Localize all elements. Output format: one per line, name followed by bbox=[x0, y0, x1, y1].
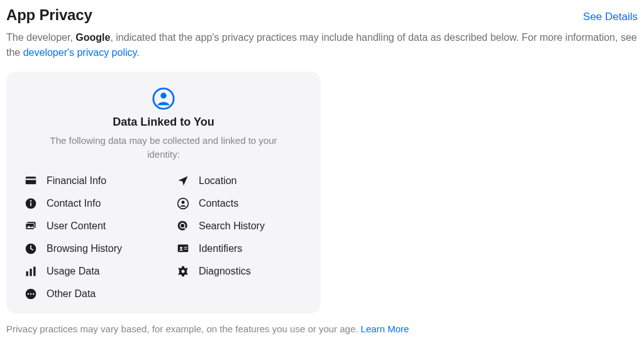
data-type-label: Contacts bbox=[199, 198, 238, 209]
svg-rect-18 bbox=[184, 249, 187, 249]
data-type-item: Location bbox=[176, 174, 303, 188]
photos-icon bbox=[24, 219, 38, 233]
ellipsis-icon bbox=[24, 287, 38, 301]
data-types-grid: Financial Info Location Contact Info Con… bbox=[24, 174, 303, 301]
section-header: App Privacy See Details bbox=[6, 6, 638, 24]
data-type-label: Diagnostics bbox=[199, 266, 251, 277]
data-type-label: Contact Info bbox=[47, 198, 101, 209]
data-type-item: Usage Data bbox=[24, 264, 151, 278]
footer-note: Privacy practices may vary based, for ex… bbox=[6, 324, 638, 334]
privacy-policy-link[interactable]: developer's privacy policy bbox=[23, 47, 137, 58]
svg-rect-10 bbox=[26, 223, 35, 229]
intro-period: . bbox=[136, 47, 139, 58]
svg-rect-2 bbox=[26, 177, 36, 184]
data-type-label: Usage Data bbox=[47, 266, 100, 277]
data-type-item: Other Data bbox=[24, 287, 151, 301]
data-type-label: Location bbox=[199, 175, 237, 187]
svg-rect-3 bbox=[26, 178, 36, 180]
data-type-item: Diagnostics bbox=[176, 264, 303, 278]
svg-point-22 bbox=[182, 269, 185, 273]
card-header: Data Linked to You The following data ma… bbox=[24, 87, 303, 161]
data-type-item: Identifiers bbox=[176, 242, 303, 256]
svg-rect-19 bbox=[26, 271, 28, 276]
svg-point-16 bbox=[180, 246, 182, 249]
data-type-item: Contact Info bbox=[24, 197, 151, 210]
svg-point-26 bbox=[33, 293, 35, 295]
see-details-link[interactable]: See Details bbox=[583, 11, 638, 23]
section-title: App Privacy bbox=[6, 6, 92, 24]
svg-point-25 bbox=[30, 293, 32, 295]
gear-icon bbox=[176, 264, 190, 278]
svg-rect-20 bbox=[30, 268, 31, 276]
svg-rect-15 bbox=[178, 244, 189, 252]
data-type-label: User Content bbox=[47, 220, 106, 232]
credit-card-icon bbox=[24, 174, 38, 188]
intro-text: The developer, Google, indicated that th… bbox=[6, 30, 638, 60]
clock-icon bbox=[24, 242, 38, 256]
data-type-label: Financial Info bbox=[47, 175, 106, 187]
learn-more-link[interactable]: Learn More bbox=[361, 324, 409, 334]
data-type-label: Browsing History bbox=[47, 243, 122, 254]
card-title: Data Linked to You bbox=[24, 116, 303, 129]
data-linked-card: Data Linked to You The following data ma… bbox=[6, 72, 321, 313]
location-arrow-icon bbox=[176, 174, 190, 188]
contacts-circle-icon bbox=[176, 197, 190, 210]
id-card-icon bbox=[176, 242, 190, 256]
data-type-item: Contacts bbox=[176, 197, 303, 210]
data-type-label: Identifiers bbox=[199, 243, 242, 254]
intro-prefix: The developer, bbox=[6, 32, 75, 43]
person-circle-icon bbox=[152, 87, 175, 111]
data-type-label: Other Data bbox=[47, 288, 96, 300]
svg-point-24 bbox=[28, 293, 30, 295]
svg-rect-17 bbox=[184, 247, 187, 247]
data-type-item: Financial Info bbox=[24, 174, 151, 188]
data-type-item: Browsing History bbox=[24, 242, 151, 256]
svg-point-8 bbox=[182, 200, 185, 204]
card-subtitle: The following data may be collected and … bbox=[44, 134, 283, 161]
data-type-item: User Content bbox=[24, 219, 151, 233]
search-icon bbox=[176, 219, 190, 233]
svg-rect-5 bbox=[30, 202, 31, 206]
svg-point-1 bbox=[160, 93, 167, 99]
footer-text: Privacy practices may vary based, for ex… bbox=[6, 324, 361, 334]
developer-name: Google bbox=[75, 32, 110, 43]
svg-rect-21 bbox=[33, 266, 35, 276]
data-type-item: Search History bbox=[176, 219, 303, 233]
bar-chart-icon bbox=[24, 264, 38, 278]
data-type-label: Search History bbox=[199, 220, 265, 232]
info-circle-icon bbox=[24, 197, 38, 210]
svg-point-6 bbox=[30, 200, 32, 202]
